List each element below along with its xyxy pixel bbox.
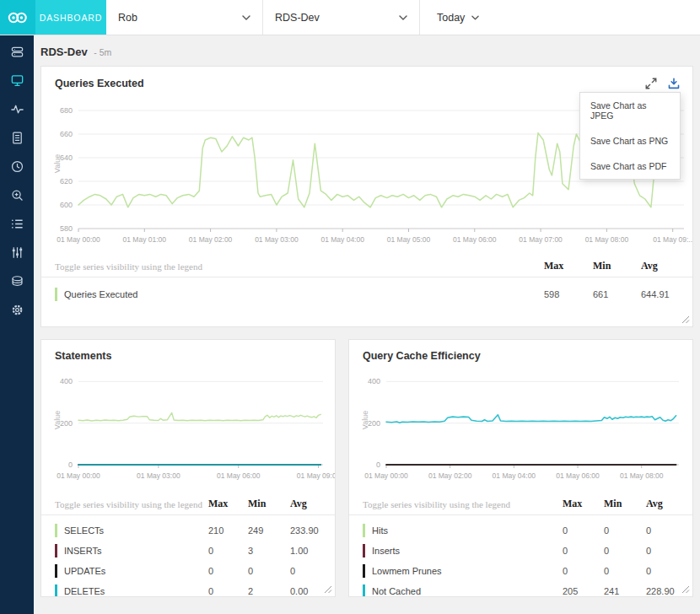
legend-row-deletes[interactable]: DELETEs 0 2 0.00	[41, 581, 335, 597]
series-swatch	[55, 584, 57, 597]
series-avg: 0	[646, 546, 679, 556]
series-max: 0	[208, 566, 248, 576]
svg-text:660: 660	[60, 130, 73, 138]
legend-row-selects[interactable]: SELECTs 210 249 233.90	[41, 520, 335, 541]
svg-text:200: 200	[368, 419, 380, 428]
activity-icon[interactable]	[10, 102, 24, 116]
series-avg: 228.90	[646, 586, 679, 596]
svg-text:01 May 00:00: 01 May 00:00	[57, 471, 100, 480]
query-search-icon[interactable]	[10, 188, 24, 202]
timerange-dropdown-value: Today	[437, 12, 465, 24]
legend-row-updates[interactable]: UPDATEs 0 0 0	[41, 561, 335, 581]
download-chart-icon[interactable]	[667, 77, 681, 90]
nav-tab-label: DASHBOARD	[40, 13, 103, 23]
queries-executed-card: Queries Executed Save Chart as JPEG Save…	[40, 66, 693, 327]
series-avg: 644.91	[641, 289, 679, 299]
series-max: 210	[208, 525, 248, 536]
svg-text:01 May 06:00: 01 May 06:00	[556, 471, 600, 480]
col-header-avg: Avg	[641, 260, 679, 272]
server-name: RDS-Dev	[40, 46, 88, 58]
series-min: 0	[604, 525, 646, 536]
svg-text:01 May 04:00: 01 May 04:00	[320, 235, 364, 244]
legend-row-hits[interactable]: Hits 0 0 0	[349, 520, 692, 541]
resize-grip[interactable]	[681, 585, 690, 594]
legend-row-inserts[interactable]: INSERTs 0 3 1.00	[41, 541, 335, 561]
series-label: INSERTs	[64, 546, 101, 556]
svg-text:01 May 00:00: 01 May 00:00	[364, 471, 408, 480]
chart-title: Query Cache Efficiency	[363, 350, 481, 362]
interval-label: - 5m	[94, 47, 111, 57]
series-label: DELETEs	[64, 586, 105, 596]
col-header-max: Max	[544, 260, 593, 272]
svg-text:400: 400	[60, 377, 73, 385]
resize-grip[interactable]	[324, 585, 332, 594]
series-avg: 0	[290, 566, 321, 576]
page-header: RDS-Dev - 5m	[34, 35, 700, 66]
col-header-avg: Avg	[646, 498, 679, 510]
nav-tab-dashboard[interactable]: DASHBOARD	[35, 0, 106, 35]
series-avg: 0	[646, 525, 679, 536]
servers-icon[interactable]	[10, 45, 24, 59]
col-header-min: Min	[604, 498, 646, 510]
legend-row-lowmem-prunes[interactable]: Lowmem Prunes 0 0 0	[349, 561, 692, 581]
series-label: UPDATEs	[64, 566, 105, 576]
expand-chart-icon[interactable]	[644, 77, 658, 90]
chevron-down-icon	[399, 15, 407, 20]
topbar: DASHBOARD Rob RDS-Dev Today	[0, 0, 700, 35]
series-max: 0	[563, 525, 604, 536]
series-max: 0	[563, 546, 604, 556]
user-dropdown[interactable]: Rob	[106, 0, 263, 35]
report-icon[interactable]	[10, 131, 24, 145]
svg-text:01 May 06:00: 01 May 06:00	[453, 235, 497, 244]
series-swatch	[363, 524, 365, 537]
series-max: 0	[208, 546, 248, 556]
series-avg: 1.00	[290, 546, 321, 556]
svg-text:640: 640	[60, 154, 73, 162]
col-header-min: Min	[593, 260, 641, 272]
server-dropdown[interactable]: RDS-Dev	[263, 0, 420, 35]
series-min: 241	[604, 586, 646, 596]
svg-text:600: 600	[60, 201, 73, 209]
resize-grip[interactable]	[681, 315, 690, 324]
svg-text:01 May 02:00: 01 May 02:00	[189, 235, 233, 244]
legend-row-not-cached[interactable]: Not Cached 205 241 228.90	[349, 581, 692, 597]
server-dropdown-value: RDS-Dev	[275, 12, 320, 24]
svg-text:0: 0	[376, 460, 380, 469]
series-label: SELECTs	[64, 525, 104, 536]
series-avg: 0	[646, 566, 679, 576]
svg-text:400: 400	[368, 377, 380, 385]
settings-gear-icon[interactable]	[10, 303, 24, 317]
svg-text:01 May 02:00: 01 May 02:00	[428, 471, 472, 480]
series-swatch	[363, 584, 365, 597]
svg-text:01 May 08:00: 01 May 08:00	[620, 471, 664, 480]
col-header-avg: Avg	[290, 498, 321, 510]
series-max: 205	[563, 586, 604, 596]
svg-text:01 May 01:00: 01 May 01:00	[123, 235, 167, 244]
legend-row-queries-executed[interactable]: Queries Executed 598 661 644.91	[41, 277, 692, 311]
svg-text:200: 200	[60, 419, 73, 428]
svg-text:Value: Value	[53, 154, 62, 173]
menu-item-save-pdf[interactable]: Save Chart as PDF	[580, 154, 680, 179]
query-cache-efficiency-card: Query Cache Efficiency 020040001 May 00:…	[348, 339, 693, 597]
svg-text:01 May 04:00: 01 May 04:00	[493, 471, 536, 480]
series-max: 0	[563, 566, 604, 576]
series-swatch	[55, 544, 57, 557]
sliders-icon[interactable]	[10, 245, 24, 260]
owl-logo-icon	[7, 10, 29, 25]
series-swatch	[55, 524, 57, 537]
app-logo[interactable]	[0, 0, 35, 35]
list-icon[interactable]	[10, 217, 24, 231]
legend-row-inserts[interactable]: Inserts 0 0 0	[349, 541, 692, 561]
menu-item-save-jpeg[interactable]: Save Chart as JPEG	[580, 93, 680, 128]
svg-text:01 May 03:00: 01 May 03:00	[255, 235, 299, 244]
legend-note: Toggle series visibility using the legen…	[363, 499, 563, 509]
timerange-dropdown[interactable]: Today	[420, 0, 496, 35]
series-min: 0	[248, 566, 290, 576]
series-min: 0	[604, 546, 646, 556]
database-icon[interactable]	[10, 274, 24, 288]
col-header-min: Min	[248, 498, 290, 510]
history-clock-icon[interactable]	[10, 159, 24, 174]
menu-item-save-png[interactable]: Save Chart as PNG	[580, 128, 680, 154]
dashboard-monitor-icon[interactable]	[10, 73, 24, 88]
query-cache-efficiency-chart: 020040001 May 00:0001 May 02:0001 May 04…	[361, 365, 686, 490]
